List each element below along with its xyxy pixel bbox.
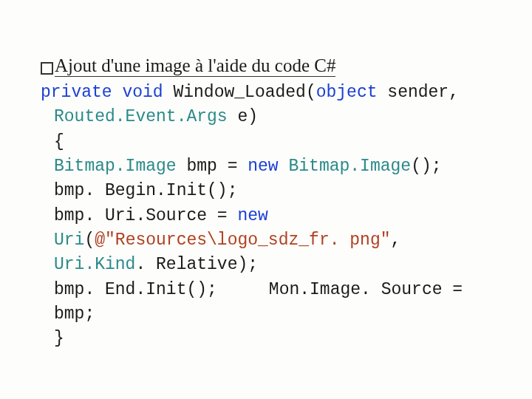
code-line-2: Routed.Event.Args e)	[41, 105, 491, 129]
code-line-8: bmp. End.Init();Mon.Image. Source = bmp;	[41, 278, 491, 327]
code-block: private void Window_Loaded(object sender…	[41, 81, 491, 352]
decorative-top-curves	[0, 0, 532, 30]
slide-heading: Ajout d'une image à l'aide du code C#	[41, 55, 491, 76]
slide-content: Ajout d'une image à l'aide du code C# pr…	[41, 55, 491, 352]
code-line-3: {	[41, 130, 491, 154]
code-line-7: Uri(@"Resources\logo_sdz_fr. png", Uri.K…	[41, 228, 491, 278]
heading-text: Ajout d'une image à l'aide du code C#	[55, 55, 335, 77]
bullet-box-icon	[41, 62, 53, 75]
code-line-6: bmp. Uri.Source = new	[41, 204, 491, 228]
code-line-1: private void Window_Loaded(object sender…	[41, 81, 491, 105]
code-line-4: Bitmap.Image bmp = new Bitmap.Image();	[41, 154, 491, 179]
code-line-9: }	[41, 327, 491, 351]
code-line-5: bmp. Begin.Init();	[41, 179, 491, 203]
